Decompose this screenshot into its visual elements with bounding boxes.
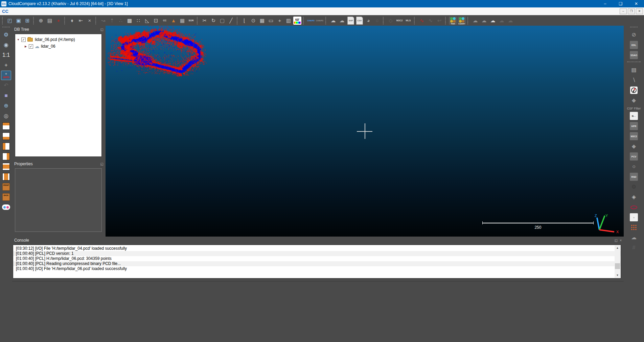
layers-plugin-button[interactable]: ◈ xyxy=(629,192,639,202)
pick-rotation-center-button[interactable]: + xyxy=(1,60,11,70)
zoom-1-1-button[interactable]: 1:1 xyxy=(1,50,11,60)
save-file-button[interactable]: ▣ xyxy=(14,16,23,25)
point-picking-button[interactable]: ⊙ xyxy=(249,16,258,25)
clipping-box-tool-button[interactable]: ▢ xyxy=(218,16,227,25)
console-close-icon[interactable]: × xyxy=(620,239,622,242)
maximize-button[interactable]: ❑ xyxy=(613,0,628,7)
toolbar-drag-handle[interactable] xyxy=(33,17,36,24)
view-iso-back-button[interactable]: BACK xyxy=(1,192,11,202)
treeiso-init-button[interactable]: ☁ xyxy=(471,16,480,25)
clone-entity-button[interactable]: ♦ xyxy=(68,16,76,25)
auto-pick-rotation-center-button[interactable]: +auto xyxy=(1,71,11,80)
point-cloud-canvas[interactable] xyxy=(106,26,207,76)
treeiso-final-button[interactable]: ☁ xyxy=(488,16,497,25)
interpolate-colors-button[interactable]: ▦ xyxy=(178,16,187,25)
animation-plugin-button[interactable]: ▤ xyxy=(629,65,639,75)
view-front-button[interactable] xyxy=(1,162,11,171)
console-scrollbar[interactable]: ▲▼ xyxy=(615,245,620,278)
toolbar-drag-handle[interactable] xyxy=(197,17,199,24)
show-histogram-button[interactable]: ▥ xyxy=(284,16,293,25)
m3c2-plugin-button[interactable]: M3C2 xyxy=(629,131,639,141)
toolbar-drag-handle[interactable] xyxy=(237,17,239,24)
sf-tools-button[interactable]: SF xyxy=(293,16,302,25)
stereo-mode-button[interactable] xyxy=(1,202,11,212)
open-file-button[interactable]: ◰ xyxy=(5,16,14,25)
cross-section-tool-button[interactable]: ╱ xyxy=(227,16,235,25)
cloud-ruler-plugin-button[interactable]: ☁ xyxy=(629,233,639,242)
tree-node-lidar_06[interactable]: ▶✓☁lidar_06 xyxy=(16,43,101,50)
hpr-plugin-button[interactable]: HPR xyxy=(629,121,639,131)
poisson-reconstruction-button[interactable]: ▲ xyxy=(169,16,178,25)
compute-density-button[interactable]: ▭ xyxy=(267,16,275,25)
perspective-view-button[interactable]: ■ xyxy=(1,91,11,100)
console-log[interactable]: [03:30:12] [I/O] File 'H:/temp/lidar_04.… xyxy=(13,245,621,278)
view-iso-front-button[interactable]: FRONT xyxy=(1,182,11,192)
shp-export-button[interactable]: SHP xyxy=(346,16,355,25)
mls-smoothing-button[interactable]: MLS xyxy=(404,16,413,25)
apply-transformation-button[interactable]: + xyxy=(54,16,63,25)
rasterize-button[interactable]: ▦ xyxy=(258,16,267,25)
masonry-train-button[interactable]: TRAIN xyxy=(448,16,457,25)
console-float-icon[interactable]: ◱ xyxy=(615,239,618,242)
no-shader-button[interactable]: ⊘ xyxy=(629,30,639,40)
toolbar-drag-handle[interactable] xyxy=(2,17,4,24)
canupo-shield-button[interactable]: ◆ xyxy=(629,142,639,151)
color-wheel-button[interactable]: ◕ xyxy=(364,16,373,25)
expand-arrow-icon[interactable]: ▶ xyxy=(23,45,28,48)
compute-octree-button[interactable]: ⌊ xyxy=(240,16,249,25)
scroll-up-icon[interactable]: ▲ xyxy=(616,245,619,250)
rail-drag-handle[interactable] xyxy=(630,27,638,29)
toolbar-drag-handle[interactable] xyxy=(95,17,98,24)
display-settings-button[interactable]: ⚙ xyxy=(1,30,11,40)
mdi-minimize-button[interactable]: – xyxy=(620,8,627,14)
m3c2-distance-button[interactable]: M3C2 xyxy=(395,16,404,25)
subsample-cloud-button[interactable]: ∷ xyxy=(134,16,143,25)
close-button[interactable]: ✕ xyxy=(628,0,644,7)
toolbar-drag-handle[interactable] xyxy=(325,17,328,24)
merge-entities-button[interactable]: ⇤ xyxy=(76,16,85,25)
pcv-plugin-button[interactable]: PCV xyxy=(629,152,639,161)
add-constant-sf-button[interactable]: + xyxy=(275,16,284,25)
minimize-button[interactable]: – xyxy=(597,0,613,7)
mdi-close-button[interactable]: ✕ xyxy=(636,8,643,14)
scroll-thumb[interactable] xyxy=(615,263,620,269)
canupo-train-button[interactable]: CANUPO xyxy=(306,16,315,25)
view-top-button[interactable] xyxy=(1,121,11,131)
visibility-checkbox[interactable]: ✓ xyxy=(29,44,33,49)
global-shift-settings-button[interactable]: ⊕ xyxy=(37,16,45,25)
masonry-classify-button[interactable]: CLASSIFY xyxy=(457,16,466,25)
normals-plugin-button[interactable]: N→ xyxy=(629,111,639,121)
3d-viewport[interactable]: 250 Z Y X xyxy=(106,26,624,237)
csv-export-button[interactable]: CSV xyxy=(355,16,364,25)
noise-filter-button[interactable]: ▩ xyxy=(125,16,134,25)
spline-tool-button[interactable]: ∿ xyxy=(417,16,426,25)
compass-plugin-button[interactable] xyxy=(629,86,639,95)
view-right-button[interactable] xyxy=(1,152,11,161)
segment-tool-button[interactable]: ✂ xyxy=(200,16,209,25)
properties-float-icon[interactable]: ◱ xyxy=(100,162,104,166)
view-left-button[interactable] xyxy=(1,142,11,151)
rotation-lock-button[interactable]: ⊕ xyxy=(1,101,11,111)
toolbar-drag-handle[interactable] xyxy=(445,17,447,24)
scroll-down-icon[interactable]: ▼ xyxy=(616,273,619,278)
delaunay-mesh-button[interactable]: ◺ xyxy=(143,16,152,25)
rsd-plugin-button[interactable]: RSD xyxy=(629,172,639,181)
translate-rotate-tool-button[interactable]: ↻ xyxy=(209,16,218,25)
canupo-classify-button[interactable]: CANUPO xyxy=(315,16,324,25)
toolbar-drag-handle[interactable] xyxy=(383,17,385,24)
hough-normals-plugin-button[interactable]: ○ xyxy=(629,162,639,171)
save-all-button[interactable]: ⊞ xyxy=(23,16,32,25)
db-tree[interactable]: ▼✓lidar_06.pcd (H:/temp)▶✓☁lidar_06 xyxy=(15,34,102,157)
scroll-track[interactable] xyxy=(615,250,620,273)
visibility-checkbox[interactable]: ✓ xyxy=(21,38,26,42)
delete-entity-button[interactable]: × xyxy=(85,16,94,25)
clean-plugin-button[interactable]: ∖ xyxy=(629,75,639,85)
screenshot-button[interactable]: ◉ xyxy=(1,40,11,50)
toolbar-drag-handle[interactable] xyxy=(64,17,67,24)
collapse-arrow-icon[interactable]: ▼ xyxy=(16,38,21,41)
qcork-fm-button[interactable]: ☁ xyxy=(338,16,346,25)
edl-shader-button[interactable]: EDL xyxy=(629,40,639,50)
treeiso-intermediate-button[interactable]: ☁ xyxy=(480,16,488,25)
dotgrid-plugin-button[interactable] xyxy=(629,223,639,232)
sor-filter-button[interactable]: SOR xyxy=(187,16,196,25)
